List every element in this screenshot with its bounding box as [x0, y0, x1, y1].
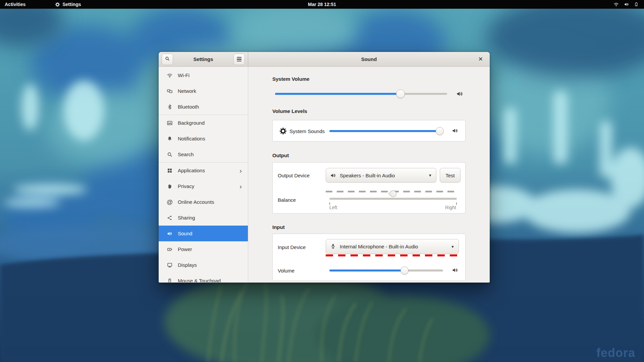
battery-bolt-icon [167, 246, 173, 252]
sidebar-item-applications[interactable]: Applications › [159, 163, 248, 178]
desktop: fedora Activities [0, 0, 644, 362]
sidebar-item-sharing[interactable]: Sharing [159, 210, 248, 226]
slider-handle[interactable] [400, 266, 409, 275]
bell-icon [167, 136, 173, 142]
sidebar-item-wifi[interactable]: Wi-Fi [159, 67, 248, 83]
system-volume-slider[interactable] [275, 89, 447, 98]
input-volume-slider[interactable] [329, 266, 443, 275]
settings-window: Settings Sound ✕ [159, 52, 490, 283]
balance-right-label: Right [445, 205, 456, 210]
output-heading: Output [272, 153, 289, 158]
input-volume-label: Volume [278, 261, 294, 280]
sidebar-item-label: Notifications [178, 136, 205, 141]
balance-slider[interactable] [329, 194, 457, 203]
top-bar-left: Activities S [0, 0, 86, 9]
slider-fill [275, 93, 400, 95]
app-menu-label: Settings [62, 2, 81, 7]
sidebar-item-mouse-touchpad[interactable]: Mouse & Touchpad [159, 273, 248, 282]
volume-levels-heading: Volume Levels [272, 108, 307, 114]
applications-grid-icon [167, 168, 173, 174]
app-menu-button[interactable]: Settings [50, 0, 86, 9]
at-icon: @ [167, 199, 173, 205]
dropdown-arrow-icon: ▼ [451, 245, 454, 249]
sound-panel: System Volume Volume Levels [248, 67, 490, 282]
sidebar-item-label: Bluetooth [178, 104, 199, 110]
dropdown-arrow-icon: ▼ [428, 173, 432, 177]
sidebar-item-label: Displays [178, 262, 197, 268]
output-device-value: Speakers - Built-in Audio [340, 173, 395, 178]
sidebar-item-online-accounts[interactable]: @ Online Accounts [159, 194, 248, 210]
microphone-icon [330, 243, 336, 250]
chevron-right-icon: › [239, 167, 248, 174]
share-icon [167, 215, 173, 221]
gear-icon [279, 127, 287, 135]
output-card: Output Device Speakers - Built-in Audio … [272, 162, 466, 214]
slider-fill [329, 130, 440, 132]
sidebar-item-label: Wi-Fi [178, 72, 190, 78]
sidebar-item-displays[interactable]: Displays [159, 257, 248, 273]
sidebar-item-notifications[interactable]: Notifications [159, 131, 248, 146]
balance-label: Balance [278, 188, 296, 212]
sidebar: Wi-Fi Network Bluetooth [159, 67, 248, 282]
search-icon [167, 152, 173, 158]
sidebar-item-label: Mouse & Touchpad [178, 278, 221, 282]
clock[interactable]: Mar 28 12:51 [308, 2, 336, 7]
search-button[interactable] [162, 54, 173, 65]
volume-levels-card: System Sounds [272, 120, 466, 141]
top-bar: Activities S [0, 0, 644, 9]
output-device-dropdown[interactable]: Speakers - Built-in Audio ▼ [326, 168, 436, 183]
gear-icon [55, 2, 60, 7]
sidebar-item-label: Search [178, 152, 194, 157]
sidebar-item-label: Privacy [178, 183, 194, 189]
system-sounds-label: System Sounds [289, 120, 325, 142]
input-card: Input Device Internal Microphone - Built… [272, 234, 466, 281]
content-header: Sound ✕ [248, 52, 490, 66]
test-button[interactable]: Test [440, 168, 461, 183]
input-device-label: Input Device [278, 234, 306, 260]
sidebar-item-search[interactable]: Search [159, 146, 248, 162]
panel-title: Sound [361, 56, 377, 62]
system-sounds-slider[interactable] [329, 127, 443, 135]
sidebar-item-privacy[interactable]: Privacy › [159, 178, 248, 194]
sidebar-item-sound[interactable]: Sound [159, 226, 248, 241]
background-icon [167, 120, 173, 126]
search-icon [165, 56, 170, 62]
system-volume-heading: System Volume [272, 76, 310, 82]
sidebar-item-label: Online Accounts [178, 199, 214, 205]
sidebar-item-label: Sharing [178, 215, 195, 221]
sidebar-item-label: Power [178, 246, 192, 252]
sidebar-item-label: Background [178, 120, 205, 126]
speaker-icon [167, 231, 173, 237]
speaker-icon [330, 172, 336, 179]
sidebar-item-network[interactable]: Network [159, 83, 248, 99]
mouse-icon [167, 278, 173, 283]
input-device-dropdown[interactable]: Internal Microphone - Built-in Audio ▼ [326, 239, 459, 254]
volume-high-icon [456, 90, 464, 98]
slider-handle[interactable] [436, 127, 444, 135]
input-device-value: Internal Microphone - Built-in Audio [340, 244, 418, 249]
header-bar: Settings Sound ✕ [159, 52, 490, 67]
hand-icon [167, 183, 173, 189]
activities-button[interactable]: Activities [0, 0, 30, 9]
sidebar-item-bluetooth[interactable]: Bluetooth [159, 99, 248, 115]
primary-menu-button[interactable] [233, 54, 245, 65]
window-body: Wi-Fi Network Bluetooth [159, 67, 490, 282]
wifi-icon [613, 2, 619, 7]
bluetooth-icon [167, 104, 173, 110]
sidebar-item-power[interactable]: Power [159, 241, 248, 257]
balance-tick-left [329, 202, 330, 205]
network-icon [167, 88, 173, 94]
slider-handle[interactable] [396, 89, 405, 98]
slider-track [329, 198, 457, 200]
input-device-annotation-line [326, 254, 459, 256]
close-button[interactable]: ✕ [476, 52, 485, 66]
sidebar-header: Settings [159, 52, 248, 66]
system-status-area[interactable] [611, 0, 641, 9]
volume-icon [624, 2, 630, 7]
sidebar-item-label: Sound [178, 231, 192, 236]
sidebar-item-background[interactable]: Background [159, 115, 248, 131]
volume-high-icon [452, 127, 459, 135]
input-heading: Input [272, 224, 285, 230]
fedora-watermark: fedora [596, 346, 635, 360]
volume-high-icon [452, 267, 459, 274]
